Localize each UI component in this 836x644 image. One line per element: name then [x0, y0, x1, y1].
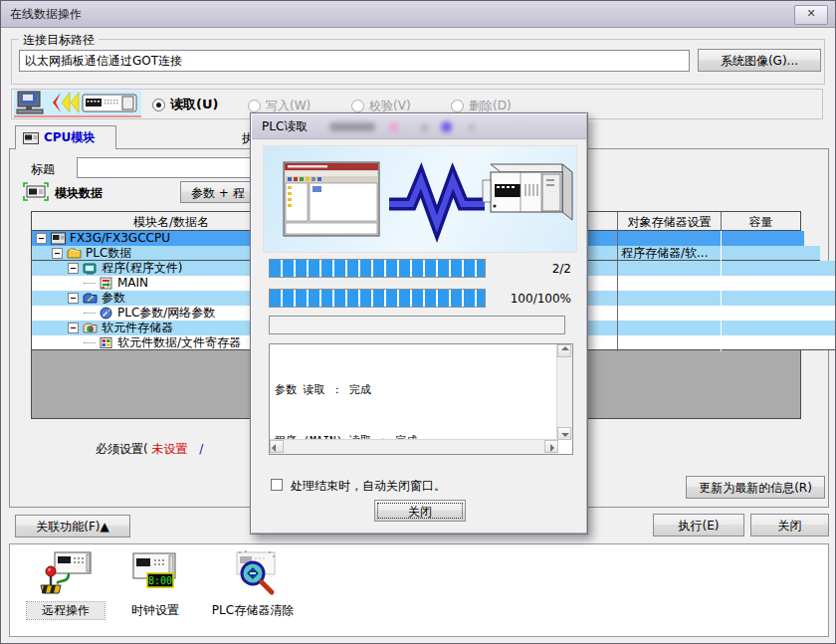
auto-close-label: 处理结束时，自动关闭窗口。 [291, 478, 446, 495]
collapse-icon[interactable] [36, 233, 47, 244]
redacted-watermark [389, 122, 399, 132]
tree-leaf-line [84, 313, 96, 314]
close-button[interactable]: 关闭 [750, 514, 829, 537]
related-functions-button[interactable]: 关联功能(F)▲ [15, 515, 130, 537]
scroll-right-icon[interactable] [544, 440, 558, 453]
read-log-box[interactable]: 参数 读取 ： 完成 程序 (MAIN) 读取 ： 完成 PLC读取 ： 结束 [269, 343, 573, 455]
vertical-scrollbar[interactable] [556, 344, 572, 440]
cpu-module-icon [23, 132, 39, 144]
plc-parameter-icon [99, 307, 113, 320]
tab-cpu-label: CPU模块 [44, 129, 95, 146]
plc-unit-graphic [483, 164, 572, 220]
col-header-capacity: 容量 [722, 214, 800, 231]
execute-button[interactable]: 执行(E) [653, 514, 744, 537]
total-progress-bar [269, 289, 486, 308]
tool-clock-setting[interactable]: 8:00 时钟设置 [120, 549, 190, 619]
parameter-folder-icon [83, 292, 98, 305]
module-data-label: 模块数据 [55, 185, 103, 202]
remote-operation-label: 远程操作 [27, 602, 104, 619]
auto-close-checkbox[interactable] [271, 479, 283, 491]
scroll-up-icon[interactable] [557, 344, 571, 357]
plc-read-dialog: PLC读取 [250, 112, 588, 535]
plc-memory-clear-label: PLC存储器清除 [202, 602, 304, 619]
clock-setting-label: 时钟设置 [120, 602, 190, 619]
window-title: 在线数据操作 [10, 6, 82, 23]
title-field[interactable] [77, 157, 252, 178]
read-direction-strip [14, 91, 141, 117]
plc-module-icon [51, 232, 66, 245]
title-label: 标题 [31, 161, 55, 178]
module-data-icon [23, 182, 49, 201]
tree-leaf-line [84, 283, 96, 284]
plc-data-folder-icon [67, 247, 82, 260]
radio-read[interactable]: 读取(U) [152, 96, 218, 113]
horizontal-scrollbar[interactable] [270, 439, 558, 454]
col-header-target-memory: 对象存储器设置 [618, 214, 721, 231]
svg-text:8:00: 8:00 [148, 575, 172, 586]
not-set-label: 未设置 [152, 442, 188, 456]
redacted-watermark [469, 124, 475, 130]
remote-operation-icon [39, 549, 93, 597]
log-line: 参数 读取 ： 完成 [275, 381, 417, 398]
connection-path-field[interactable]: 以太网插板通信通过GOT连接 [19, 50, 690, 72]
current-item-field [269, 316, 565, 334]
close-icon[interactable]: ✕ [794, 5, 828, 25]
program-folder-icon [83, 262, 98, 275]
total-progress-label: 100/100% [490, 292, 571, 306]
required-setting-legend: 必须设置( 未设置 / [96, 441, 203, 458]
plc-read-dialog-title: PLC读取 [262, 118, 308, 135]
total-progress-fill [270, 290, 485, 307]
scroll-left-icon[interactable] [270, 440, 284, 453]
tool-remote-operation[interactable]: 远程操作 [27, 549, 104, 619]
device-memory-folder-icon [83, 322, 98, 334]
collapse-icon[interactable] [68, 293, 79, 304]
redacted-watermark [421, 124, 428, 131]
tab-cpu-module[interactable]: CPU模块 [15, 125, 116, 149]
clock-setting-icon: 8:00 [127, 549, 183, 597]
connection-group-label: 连接目标路径 [19, 32, 99, 49]
dialog-close-button[interactable]: 关闭 [374, 500, 466, 522]
plc-read-dialog-titlebar: PLC读取 [252, 114, 586, 139]
scroll-down-icon[interactable] [557, 427, 571, 440]
main-program-icon [99, 277, 113, 290]
collapse-icon[interactable] [52, 248, 63, 259]
connection-bolt-icon [389, 180, 485, 224]
tree-leaf-line [84, 342, 96, 343]
pc-read-from-plc-icon [15, 91, 140, 114]
redacted-watermark [329, 122, 375, 131]
tool-plc-memory-clear[interactable]: PLC存储器清除 [202, 549, 304, 619]
collapse-icon[interactable] [68, 322, 79, 333]
refresh-info-button[interactable]: 更新为最新的信息(R) [686, 476, 825, 499]
system-image-button[interactable]: 系统图像(G)... [698, 49, 821, 72]
pc-to-plc-graphic [264, 146, 576, 252]
collapse-icon[interactable] [68, 263, 79, 274]
plc-memory-clear-icon [225, 549, 281, 597]
transfer-illustration [263, 145, 577, 253]
redacted-watermark [441, 121, 452, 132]
file-progress-fill [270, 260, 485, 277]
file-progress-label: 2/2 [490, 262, 571, 276]
file-progress-bar [269, 259, 486, 278]
online-data-operation-window: 在线数据操作 ✕ 连接目标路径 以太网插板通信通过GOT连接 系统图像(G)..… [0, 0, 836, 644]
device-data-icon [99, 336, 113, 349]
window-titlebar: 在线数据操作 ✕ [1, 1, 835, 28]
mini-app-window [284, 162, 379, 236]
radio-read-dot [152, 99, 165, 111]
